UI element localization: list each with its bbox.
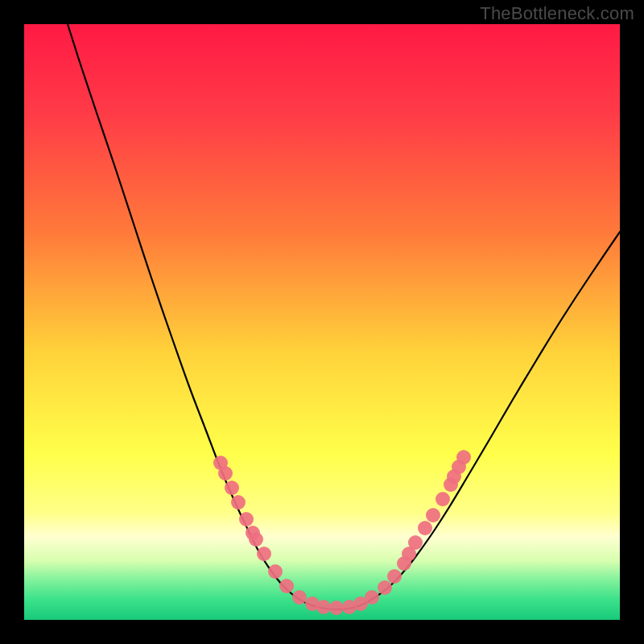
- dot-right-cluster-0: [378, 580, 392, 595]
- watermark-text: TheBottleneck.com: [480, 3, 634, 24]
- dot-bottom-cluster-0: [292, 590, 307, 605]
- dot-left-cluster-7: [257, 547, 271, 561]
- dot-right-cluster-4: [408, 535, 423, 550]
- dot-left-cluster-6: [249, 532, 263, 547]
- chart-frame: TheBottleneck.com: [0, 0, 644, 644]
- plot-area: [24, 24, 620, 620]
- dot-bottom-cluster-2: [316, 600, 331, 614]
- dot-right-cluster-1: [387, 569, 402, 584]
- dot-right-cluster-6: [426, 508, 440, 522]
- chart-svg: [24, 24, 620, 620]
- dot-left-cluster-9: [279, 579, 294, 593]
- dot-right-cluster-7: [436, 492, 450, 506]
- gradient-background: [24, 24, 620, 620]
- dot-left-cluster-1: [218, 466, 233, 481]
- dot-left-cluster-8: [268, 564, 283, 579]
- dot-left-cluster-2: [225, 481, 239, 495]
- dot-left-cluster-3: [231, 495, 246, 510]
- dot-bottom-cluster-6: [365, 590, 379, 605]
- dot-bottom-cluster-3: [329, 601, 344, 615]
- dot-right-cluster-5: [418, 521, 432, 535]
- dot-right-cluster-11: [456, 450, 471, 464]
- dot-left-cluster-4: [239, 512, 254, 526]
